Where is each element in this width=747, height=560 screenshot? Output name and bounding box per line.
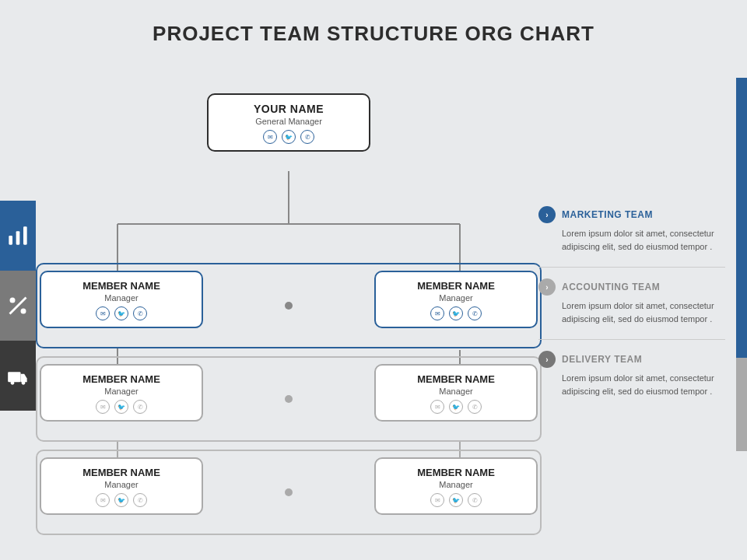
phone-icon-r3r: ✆ bbox=[468, 493, 482, 507]
row1-left-contacts: ✉ 🐦 ✆ bbox=[52, 306, 191, 320]
twitter-icon-r2r: 🐦 bbox=[449, 400, 463, 414]
top-node: YOUR NAME General Manager ✉ 🐦 ✆ bbox=[207, 93, 370, 152]
delivery-text: Lorem ipsum dolor sit amet, consectetur … bbox=[562, 372, 725, 397]
email-icon-r2r: ✉ bbox=[430, 400, 444, 414]
org-chart: YOUR NAME General Manager ✉ 🐦 ✆ MEMBER N… bbox=[36, 70, 542, 529]
row1-left-name: MEMBER NAME bbox=[52, 280, 191, 292]
email-icon-r3l: ✉ bbox=[96, 493, 110, 507]
divider-2 bbox=[538, 339, 725, 340]
row1-right-card: MEMBER NAME Manager ✉ 🐦 ✆ bbox=[374, 271, 538, 328]
info-marketing: › MARKETING TEAM Lorem ipsum dolor sit a… bbox=[538, 198, 725, 264]
accounting-chevron: › bbox=[538, 278, 556, 296]
twitter-icon-r3l: 🐦 bbox=[114, 493, 128, 507]
email-icon-r3r: ✉ bbox=[430, 493, 444, 507]
row1-right-contacts: ✉ 🐦 ✆ bbox=[387, 306, 525, 320]
row2-left-role: Manager bbox=[52, 387, 191, 396]
top-node-contacts: ✉ 🐦 ✆ bbox=[219, 130, 358, 144]
info-panel: › MARKETING TEAM Lorem ipsum dolor sit a… bbox=[538, 198, 725, 408]
chart-icon bbox=[7, 225, 29, 247]
row3-right-name: MEMBER NAME bbox=[387, 467, 525, 478]
svg-rect-0 bbox=[9, 236, 12, 245]
info-marketing-header: › MARKETING TEAM bbox=[538, 206, 725, 223]
divider-1 bbox=[538, 267, 725, 268]
accounting-team-name: ACCOUNTING TEAM bbox=[562, 282, 660, 292]
info-delivery-header: › DELIVERY TEAM bbox=[538, 351, 725, 368]
right-sidebar bbox=[736, 78, 747, 451]
phone-icon-r1r: ✆ bbox=[468, 306, 482, 320]
percent-icon bbox=[7, 295, 29, 317]
sidebar-tab-percent[interactable] bbox=[0, 271, 36, 341]
top-node-role: General Manager bbox=[219, 117, 358, 126]
row1-right-role: Manager bbox=[387, 293, 525, 303]
row3-right-contacts: ✉ 🐦 ✆ bbox=[387, 493, 525, 507]
row2-right-card: MEMBER NAME Manager ✉ 🐦 ✆ bbox=[374, 364, 538, 422]
row2-right-name: MEMBER NAME bbox=[387, 373, 525, 385]
row3-left-card: MEMBER NAME Manager ✉ 🐦 ✆ bbox=[40, 457, 203, 515]
twitter-icon-r1l: 🐦 bbox=[114, 306, 128, 320]
phone-icon: ✆ bbox=[300, 130, 314, 144]
right-bar-gray bbox=[736, 358, 747, 451]
info-accounting: › ACCOUNTING TEAM Lorem ipsum dolor sit … bbox=[538, 271, 725, 336]
svg-point-4 bbox=[21, 309, 26, 314]
marketing-team-name: MARKETING TEAM bbox=[562, 209, 653, 220]
phone-icon-r2r: ✆ bbox=[468, 400, 482, 414]
row2-left-contacts: ✉ 🐦 ✆ bbox=[52, 400, 191, 414]
row1-right-name: MEMBER NAME bbox=[387, 280, 525, 292]
truck-icon bbox=[7, 365, 29, 387]
right-bar-blue bbox=[736, 78, 747, 358]
phone-icon-r1l: ✆ bbox=[133, 306, 147, 320]
row2-right-role: Manager bbox=[387, 387, 525, 396]
twitter-icon: 🐦 bbox=[282, 130, 296, 144]
top-node-name: YOUR NAME bbox=[219, 103, 358, 115]
svg-rect-6 bbox=[8, 372, 20, 382]
twitter-icon-r3r: 🐦 bbox=[449, 493, 463, 507]
svg-point-7 bbox=[11, 381, 15, 385]
marketing-chevron: › bbox=[538, 206, 556, 223]
row3-left-name: MEMBER NAME bbox=[52, 467, 191, 478]
svg-rect-1 bbox=[16, 231, 20, 245]
delivery-team-name: DELIVERY TEAM bbox=[562, 354, 642, 365]
sidebar-tab-delivery[interactable] bbox=[0, 341, 36, 411]
email-icon-r2l: ✉ bbox=[96, 400, 110, 414]
slide: PROJECT TEAM STRUCTURE ORG CHART bbox=[0, 0, 747, 560]
row2-left-name: MEMBER NAME bbox=[52, 373, 191, 385]
phone-icon-r3l: ✆ bbox=[133, 493, 147, 507]
row3-right-card: MEMBER NAME Manager ✉ 🐦 ✆ bbox=[374, 457, 538, 515]
email-icon: ✉ bbox=[263, 130, 277, 144]
phone-icon-r2l: ✆ bbox=[133, 400, 147, 414]
row1-left-card: MEMBER NAME Manager ✉ 🐦 ✆ bbox=[40, 271, 203, 328]
sidebar-tab-chart[interactable] bbox=[0, 201, 36, 271]
twitter-icon-r2l: 🐦 bbox=[114, 400, 128, 414]
row2-right-contacts: ✉ 🐦 ✆ bbox=[387, 400, 525, 414]
delivery-chevron: › bbox=[538, 351, 556, 368]
marketing-text: Lorem ipsum dolor sit amet, consectetur … bbox=[562, 227, 725, 253]
info-accounting-header: › ACCOUNTING TEAM bbox=[538, 278, 725, 296]
email-icon-r1l: ✉ bbox=[96, 306, 110, 320]
row3-left-role: Manager bbox=[52, 480, 191, 489]
svg-rect-2 bbox=[23, 226, 27, 244]
twitter-icon-r1r: 🐦 bbox=[449, 306, 463, 320]
sidebar bbox=[0, 201, 36, 411]
row2-left-card: MEMBER NAME Manager ✉ 🐦 ✆ bbox=[40, 364, 203, 422]
row3-left-contacts: ✉ 🐦 ✆ bbox=[52, 493, 191, 507]
svg-point-3 bbox=[10, 298, 16, 303]
row3-right-role: Manager bbox=[387, 480, 525, 489]
row1-left-role: Manager bbox=[52, 293, 191, 303]
email-icon-r1r: ✉ bbox=[430, 306, 444, 320]
slide-title: PROJECT TEAM STRUCTURE ORG CHART bbox=[0, 0, 747, 54]
svg-point-8 bbox=[22, 381, 26, 385]
accounting-text: Lorem ipsum dolor sit amet, consectetur … bbox=[562, 299, 725, 325]
info-delivery: › DELIVERY TEAM Lorem ipsum dolor sit am… bbox=[538, 343, 725, 408]
